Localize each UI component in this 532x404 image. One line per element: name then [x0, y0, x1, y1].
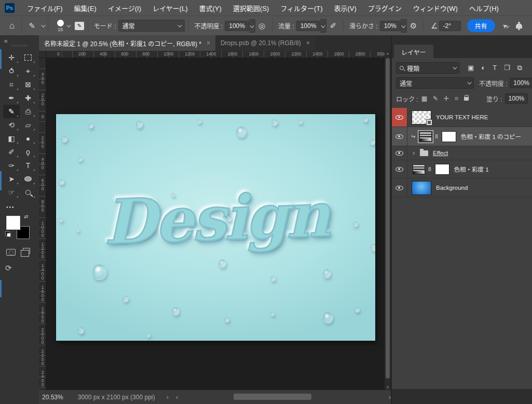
eraser-tool[interactable]: ▱: [20, 118, 36, 132]
rotate-view-icon[interactable]: ⟳: [5, 263, 12, 273]
opacity-input[interactable]: 100%: [225, 21, 249, 31]
layer-name[interactable]: Effect: [433, 150, 448, 156]
menu-item[interactable]: 編集(E): [69, 1, 102, 15]
brush-angle-input[interactable]: -2°: [439, 21, 461, 31]
status-expand-icon[interactable]: ›: [166, 393, 168, 401]
layer-blend-mode-select[interactable]: 通常: [396, 77, 474, 89]
mask-link-icon[interactable]: 8: [428, 166, 431, 172]
opacity-dropdown-button[interactable]: [249, 19, 255, 33]
menu-item[interactable]: フィルター(T): [275, 1, 328, 15]
blur-tool[interactable]: ●: [20, 132, 36, 145]
brush-tool[interactable]: ✎: [3, 105, 20, 118]
dodge-tool[interactable]: ϙ: [20, 145, 36, 159]
layer-row-hue-sat-1[interactable]: 8 色相・彩度 1: [392, 160, 532, 178]
layer-filter-select[interactable]: 種類: [396, 62, 459, 74]
edit-toolbar-icon[interactable]: •••: [6, 204, 15, 210]
smoothing-dropdown-button[interactable]: [401, 19, 407, 33]
layer-name[interactable]: 色相・彩度 1 のコピー: [461, 132, 521, 141]
layer-name[interactable]: 色相・彩度 1: [454, 165, 489, 173]
menu-item[interactable]: イメージ(I): [102, 1, 147, 15]
vertical-scrollbar-thumb[interactable]: [386, 58, 390, 379]
menu-item[interactable]: プラグイン: [362, 1, 407, 15]
vertical-scrollbar[interactable]: ∧ ∨: [385, 51, 391, 390]
close-icon[interactable]: ×: [306, 39, 310, 47]
visibility-eye-icon[interactable]: [392, 127, 407, 146]
visibility-eye-icon[interactable]: [392, 146, 407, 160]
object-selection-tool[interactable]: ⌖: [20, 64, 36, 78]
hand-tool[interactable]: ☞: [3, 186, 20, 199]
filter-pixel-layers-icon[interactable]: ▣: [468, 64, 474, 72]
background-layer-thumbnail[interactable]: [412, 181, 431, 195]
lock-position-icon[interactable]: ✛: [444, 95, 449, 102]
document-tab-2[interactable]: Drops.psb @ 20.1% (RGB/8) ×: [215, 35, 315, 51]
canvas[interactable]: Design: [56, 114, 375, 341]
lock-all-icon[interactable]: [464, 97, 469, 101]
frame-tool[interactable]: ⊠: [20, 78, 36, 91]
layer-mask-thumbnail[interactable]: [442, 131, 456, 142]
flow-input[interactable]: 100%: [296, 21, 321, 31]
menu-item[interactable]: ヘルプ(H): [463, 1, 504, 15]
screen-mode-icon[interactable]: [23, 248, 30, 254]
type-tool[interactable]: T: [20, 159, 36, 172]
chevron-down-icon[interactable]: [66, 23, 71, 27]
lock-artboard-icon[interactable]: ⌗: [455, 95, 458, 102]
filter-adjustment-layers-icon[interactable]: ◐: [481, 64, 485, 72]
smoothing-gear-icon[interactable]: ⚙: [407, 21, 420, 31]
horizontal-scrollbar-thumb[interactable]: [234, 394, 311, 400]
foreground-color-swatch[interactable]: [6, 216, 20, 230]
notifications-bell-icon[interactable]: [516, 23, 522, 29]
move-tool[interactable]: ✛: [3, 51, 20, 64]
eyedropper-tool[interactable]: ✒: [3, 91, 20, 105]
smoothing-input[interactable]: 10%: [380, 21, 401, 31]
brush-tool-preset-icon[interactable]: ✎: [25, 21, 38, 31]
tab-layers[interactable]: レイヤー: [394, 45, 433, 58]
layer-opacity-input[interactable]: 100%: [510, 78, 532, 88]
zoom-tool[interactable]: [20, 186, 36, 199]
quick-mask-mode-icon[interactable]: [6, 249, 16, 256]
layer-mask-thumbnail[interactable]: [435, 164, 449, 175]
gradient-tool[interactable]: ◧: [3, 132, 20, 145]
smart-object-thumbnail[interactable]: [412, 110, 431, 124]
swap-colors-icon[interactable]: ⇄: [24, 214, 28, 219]
chevron-down-icon[interactable]: [41, 23, 45, 27]
menu-item[interactable]: レイヤー(L): [147, 1, 194, 15]
layer-row-effect-group[interactable]: › Effect: [392, 146, 532, 160]
layer-row-hue-sat-copy[interactable]: ↵ 8 色相・彩度 1 のコピー: [392, 127, 532, 146]
scroll-up-icon[interactable]: ∧: [386, 51, 389, 56]
path-selection-tool[interactable]: ➤: [3, 172, 20, 186]
marquee-tool[interactable]: [20, 51, 36, 64]
share-button[interactable]: 共有: [467, 19, 495, 32]
scroll-down-icon[interactable]: ∨: [386, 385, 389, 389]
collapse-toolbar-icon[interactable]: «: [4, 37, 8, 45]
brush-preset-picker[interactable]: 15: [57, 20, 64, 32]
visibility-eye-icon[interactable]: [392, 178, 407, 197]
layer-row-background[interactable]: Background: [392, 178, 532, 198]
toolbar-grip[interactable]: [11, 45, 27, 47]
menu-item[interactable]: 表示(V): [329, 1, 362, 15]
filter-smart-objects-icon[interactable]: ⧉: [517, 64, 522, 72]
layer-name[interactable]: Background: [436, 185, 468, 191]
visibility-eye-icon[interactable]: [392, 108, 407, 127]
mixer-brush-tool[interactable]: ✐: [3, 145, 20, 159]
menu-item[interactable]: ファイル(F): [21, 1, 69, 15]
filter-type-layers-icon[interactable]: T: [493, 64, 497, 72]
menu-item[interactable]: ウィンドウ(W): [407, 1, 463, 15]
lasso-tool[interactable]: ⥀: [3, 64, 20, 78]
horizontal-scrollbar[interactable]: [171, 393, 379, 401]
home-icon[interactable]: ⌂: [6, 21, 18, 31]
vertical-ruler[interactable]: 4002000200400600800100012001400160018002…: [39, 58, 46, 390]
adjustment-layer-thumbnail[interactable]: [419, 132, 432, 142]
zoom-level[interactable]: 20.53%: [42, 394, 63, 401]
lock-transparency-icon[interactable]: ▦: [421, 95, 427, 102]
crop-tool[interactable]: ⌗: [3, 78, 20, 91]
adjustment-layer-thumbnail[interactable]: [413, 164, 425, 174]
lock-paint-icon[interactable]: ✎: [433, 95, 438, 102]
collaborators-icon[interactable]: ➤: [501, 21, 508, 30]
shape-tool[interactable]: [20, 172, 36, 186]
document-tab-1[interactable]: 名称未設定 1 @ 20.5% (色相・彩度1 のコピー, RGB/8) * ×: [39, 35, 215, 51]
layer-name[interactable]: YOUR TEXT HERE: [436, 114, 488, 120]
blend-mode-select[interactable]: 通常: [118, 20, 185, 32]
visibility-eye-icon[interactable]: [392, 160, 407, 178]
flow-dropdown-button[interactable]: [320, 19, 326, 33]
healing-brush-tool[interactable]: ✚: [20, 91, 36, 105]
